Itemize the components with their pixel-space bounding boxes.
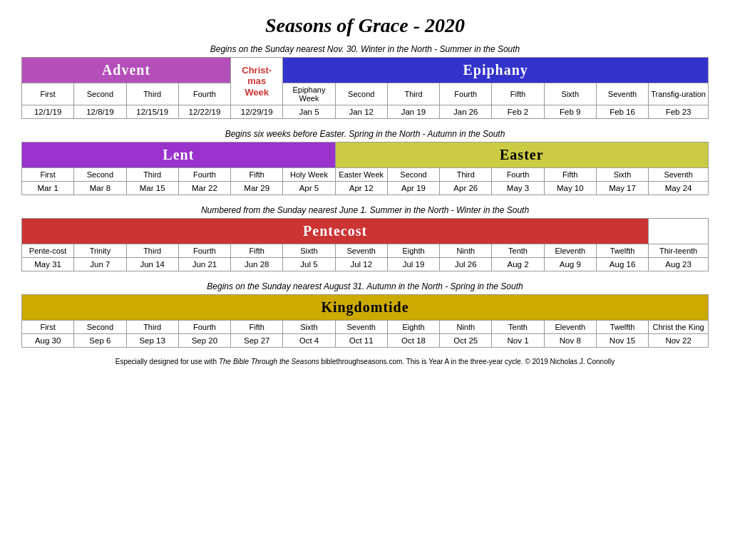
pentecost-date-11: Aug 9 xyxy=(544,258,596,271)
footer-note: Especially designed for use with The Bib… xyxy=(21,358,709,365)
lent-easter-table: Lent Easter First Second Third Fourth Fi… xyxy=(21,142,709,195)
kingdomtide-date-12: Nov 15 xyxy=(596,334,648,348)
advent-date-2: 12/8/19 xyxy=(74,105,126,119)
kingdomtide-date-8: Oct 18 xyxy=(387,334,439,348)
kingdomtide-date-6: Oct 4 xyxy=(283,334,335,348)
advent-week-2: Second xyxy=(74,83,126,105)
kingdomtide-week-8: Eighth xyxy=(387,321,439,334)
epiphany-week-4: Fourth xyxy=(440,83,492,105)
kingdomtide-week-10: Tenth xyxy=(492,321,544,334)
pentecost-table: Pentecost Pente-cost Trinity Third Fourt… xyxy=(21,218,709,271)
epiphany-date-5: Feb 2 xyxy=(492,105,544,119)
lent-week-1: First xyxy=(22,168,74,182)
kingdomtide-date-13: Nov 22 xyxy=(649,334,709,348)
easter-date-7: May 24 xyxy=(649,182,709,195)
pentecost-week-3: Third xyxy=(126,244,178,258)
pentecost-week-11: Eleventh xyxy=(544,244,596,258)
epiphany-date-3: Jan 19 xyxy=(387,105,439,119)
lent-date-5: Mar 29 xyxy=(231,182,283,195)
kingdomtide-table: Kingdomtide First Second Third Fourth Fi… xyxy=(21,294,709,348)
advent-header: Advent xyxy=(22,58,231,83)
kingdomtide-week-7: Seventh xyxy=(335,321,387,334)
christmas-label: Christ-masWeek xyxy=(242,65,272,98)
kingdomtide-week-5: Fifth xyxy=(231,321,283,334)
advent-epiphany-table: Advent Christ-masWeek Epiphany First Sec… xyxy=(21,57,709,119)
kingdomtide-week-3: Third xyxy=(126,321,178,334)
pentecost-empty-cell xyxy=(649,219,709,244)
pentecost-date-2: Jun 7 xyxy=(74,258,126,271)
lent-easter-section: Begins six weeks before Easter. Spring i… xyxy=(21,129,709,195)
kingdomtide-date-1: Aug 30 xyxy=(22,334,74,348)
epiphany-date-7: Feb 16 xyxy=(596,105,648,119)
pentecost-date-10: Aug 2 xyxy=(492,258,544,271)
easter-date-3: Apr 26 xyxy=(440,182,492,195)
epiphany-date-8: Feb 23 xyxy=(649,105,709,119)
pentecost-week-1: Pente-cost xyxy=(22,244,74,258)
pentecost-date-12: Aug 16 xyxy=(596,258,648,271)
kingdomtide-date-5: Sep 27 xyxy=(231,334,283,348)
pentecost-date-4: Jun 21 xyxy=(178,258,230,271)
pentecost-header: Pentecost xyxy=(22,219,649,244)
pentecost-week-13: Thir-teenth xyxy=(649,244,709,258)
page-title: Seasons of Grace - 2020 xyxy=(21,14,709,37)
pentecost-subtitle: Numbered from the Sunday nearest June 1.… xyxy=(21,205,709,215)
advent-week-4: Fourth xyxy=(178,83,230,105)
kingdomtide-week-13: Christ the King xyxy=(649,321,709,334)
kingdomtide-header: Kingdomtide xyxy=(22,295,709,321)
pentecost-week-12: Twelfth xyxy=(596,244,648,258)
epiphany-week-1: Epiphany Week xyxy=(283,83,335,105)
kingdomtide-date-4: Sep 20 xyxy=(178,334,230,348)
easter-week-1: Easter Week xyxy=(335,168,387,182)
pentecost-week-6: Sixth xyxy=(283,244,335,258)
epiphany-week-2: Second xyxy=(335,83,387,105)
lent-header: Lent xyxy=(22,142,336,168)
epiphany-date-6: Feb 9 xyxy=(544,105,596,119)
easter-week-5: Fifth xyxy=(544,168,596,182)
kingdomtide-week-2: Second xyxy=(74,321,126,334)
epiphany-week-8: Transfig-uration xyxy=(649,83,709,105)
lent-subtitle: Begins six weeks before Easter. Spring i… xyxy=(21,129,709,139)
lent-date-2: Mar 8 xyxy=(74,182,126,195)
easter-week-3: Third xyxy=(440,168,492,182)
kingdomtide-week-12: Twelfth xyxy=(596,321,648,334)
pentecost-week-10: Tenth xyxy=(492,244,544,258)
pentecost-date-7: Jul 12 xyxy=(335,258,387,271)
easter-week-6: Sixth xyxy=(596,168,648,182)
kingdomtide-date-10: Nov 1 xyxy=(492,334,544,348)
kingdomtide-week-4: Fourth xyxy=(178,321,230,334)
advent-date-3: 12/15/19 xyxy=(126,105,178,119)
kingdomtide-date-7: Oct 11 xyxy=(335,334,387,348)
epiphany-header: Epiphany xyxy=(283,58,709,83)
easter-date-1: Apr 12 xyxy=(335,182,387,195)
kingdomtide-week-9: Ninth xyxy=(440,321,492,334)
kingdomtide-week-6: Sixth xyxy=(283,321,335,334)
easter-date-2: Apr 19 xyxy=(387,182,439,195)
easter-date-4: May 3 xyxy=(492,182,544,195)
pentecost-week-9: Ninth xyxy=(440,244,492,258)
epiphany-week-5: Fifth xyxy=(492,83,544,105)
kingdomtide-section: Begins on the Sunday nearest August 31. … xyxy=(21,281,709,348)
pentecost-date-6: Jul 5 xyxy=(283,258,335,271)
advent-epiphany-section: Begins on the Sunday nearest Nov. 30. Wi… xyxy=(21,44,709,119)
epiphany-week-3: Third xyxy=(387,83,439,105)
easter-week-4: Fourth xyxy=(492,168,544,182)
pentecost-date-9: Jul 26 xyxy=(440,258,492,271)
pentecost-week-5: Fifth xyxy=(231,244,283,258)
epiphany-week-7: Seventh xyxy=(596,83,648,105)
lent-week-2: Second xyxy=(74,168,126,182)
pentecost-date-1: May 31 xyxy=(22,258,74,271)
advent-week-1: First xyxy=(22,83,74,105)
kingdomtide-date-2: Sep 6 xyxy=(74,334,126,348)
kingdomtide-week-11: Eleventh xyxy=(544,321,596,334)
christmas-header-cell: Christ-masWeek xyxy=(231,58,283,105)
pentecost-date-13: Aug 23 xyxy=(649,258,709,271)
epiphany-date-1: Jan 5 xyxy=(283,105,335,119)
footer-book-title: The Bible Through the Seasons xyxy=(217,358,319,365)
pentecost-date-5: Jun 28 xyxy=(231,258,283,271)
kingdomtide-date-3: Sep 13 xyxy=(126,334,178,348)
advent-subtitle: Begins on the Sunday nearest Nov. 30. Wi… xyxy=(21,44,709,54)
pentecost-date-3: Jun 14 xyxy=(126,258,178,271)
christmas-date: 12/29/19 xyxy=(231,105,283,119)
kingdomtide-date-9: Oct 25 xyxy=(440,334,492,348)
easter-date-6: May 17 xyxy=(596,182,648,195)
